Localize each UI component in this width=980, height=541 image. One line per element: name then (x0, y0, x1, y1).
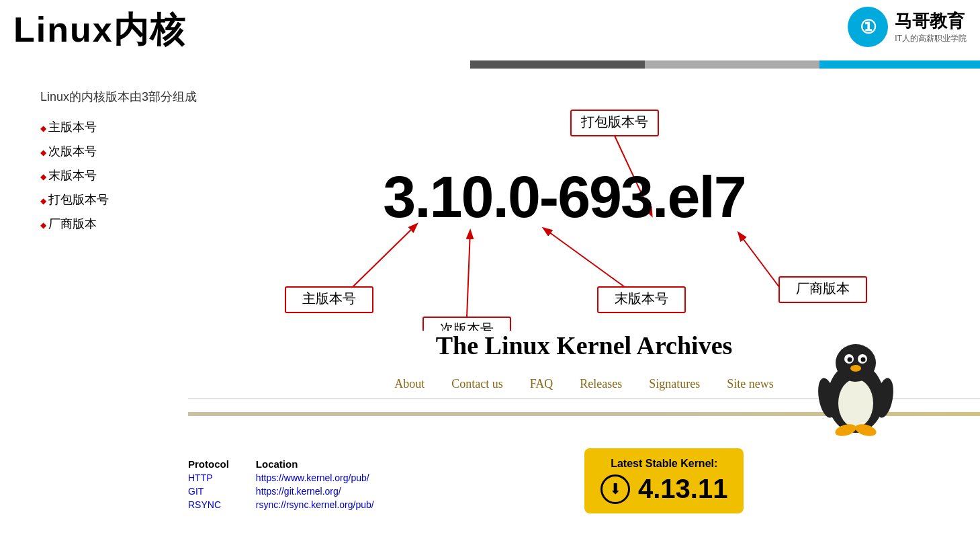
svg-point-21 (861, 358, 866, 362)
protocol-table: Protocol HTTP GIT RSYNC Location https:/… (188, 458, 374, 510)
svg-point-20 (848, 358, 852, 362)
logo-subtitle: IT人的高薪职业学院 (895, 33, 967, 44)
progress-segment-dark (470, 60, 645, 69)
progress-bar (470, 60, 980, 69)
proto-rsync[interactable]: RSYNC (188, 499, 229, 510)
top-bar: Linux内核 (0, 0, 980, 60)
svg-text:厂商版本: 厂商版本 (796, 281, 850, 296)
svg-line-14 (739, 233, 779, 287)
svg-line-11 (544, 228, 625, 287)
bullet-minor: 次版本号 (40, 139, 228, 163)
progress-segment-blue (819, 60, 980, 69)
nav-about[interactable]: About (394, 377, 425, 391)
svg-point-16 (838, 379, 873, 427)
intro-description: Linux的内核版本由3部分组成 (40, 89, 228, 105)
logo-text: 马哥教育 IT人的高薪职业学院 (895, 9, 967, 44)
url-git[interactable]: https://git.kernel.org/ (256, 486, 374, 497)
penguin-logo (812, 331, 899, 438)
nav-signatures[interactable]: Signatures (649, 377, 700, 391)
proto-git[interactable]: GIT (188, 486, 229, 497)
bullet-vendor: 厂商版本 (40, 212, 228, 236)
bullet-major: 主版本号 (40, 115, 228, 139)
main-content: Linux的内核版本由3部分组成 主版本号 次版本号 末版本号 打包版本号 厂商… (0, 69, 980, 541)
proto-http[interactable]: HTTP (188, 472, 229, 483)
bullet-patch: 末版本号 (40, 163, 228, 188)
url-rsync[interactable]: rsync://rsync.kernel.org/pub/ (256, 499, 374, 510)
protocol-header: Protocol (188, 458, 229, 470)
version-number: 3.10.0-693.el7 (242, 163, 887, 231)
badge-title: Latest Stable Kernel: (600, 458, 727, 470)
svg-text:主版本号: 主版本号 (302, 291, 356, 306)
page-title: Linux内核 (13, 7, 186, 54)
svg-line-8 (467, 231, 470, 317)
svg-point-17 (836, 344, 876, 382)
logo-icon: ① (848, 7, 888, 47)
url-http[interactable]: https://www.kernel.org/pub/ (256, 472, 374, 483)
version-display-area: 3.10.0-693.el7 打包版本号 主版本号 次版本号 末版本号 (242, 109, 887, 177)
download-icon: ⬇ (600, 474, 630, 504)
location-header: Location (256, 458, 374, 470)
bullet-package: 打包版本号 (40, 188, 228, 212)
latest-kernel-badge: Latest Stable Kernel: ⬇ 4.13.11 (584, 448, 744, 513)
nav-releases[interactable]: Releases (580, 377, 622, 391)
protocol-col: Protocol HTTP GIT RSYNC (188, 458, 229, 510)
nav-contact[interactable]: Contact us (451, 377, 503, 391)
location-col: Location https://www.kernel.org/pub/ htt… (256, 458, 374, 510)
svg-point-22 (850, 365, 861, 372)
nav-faq[interactable]: FAQ (530, 377, 553, 391)
badge-version: 4.13.11 (638, 474, 727, 504)
badge-version-row: ⬇ 4.13.11 (600, 474, 727, 504)
logo-name: 马哥教育 (895, 9, 967, 33)
svg-text:打包版本号: 打包版本号 (580, 114, 648, 129)
left-text-area: Linux的内核版本由3部分组成 主版本号 次版本号 末版本号 打包版本号 厂商… (40, 89, 228, 236)
nav-sitenews[interactable]: Site news (727, 377, 774, 391)
svg-text:末版本号: 末版本号 (615, 291, 668, 306)
logo-area: ① 马哥教育 IT人的高薪职业学院 (848, 7, 967, 47)
bullet-list: 主版本号 次版本号 末版本号 打包版本号 厂商版本 (40, 115, 228, 236)
progress-segment-light (645, 60, 819, 69)
svg-line-5 (353, 224, 416, 287)
